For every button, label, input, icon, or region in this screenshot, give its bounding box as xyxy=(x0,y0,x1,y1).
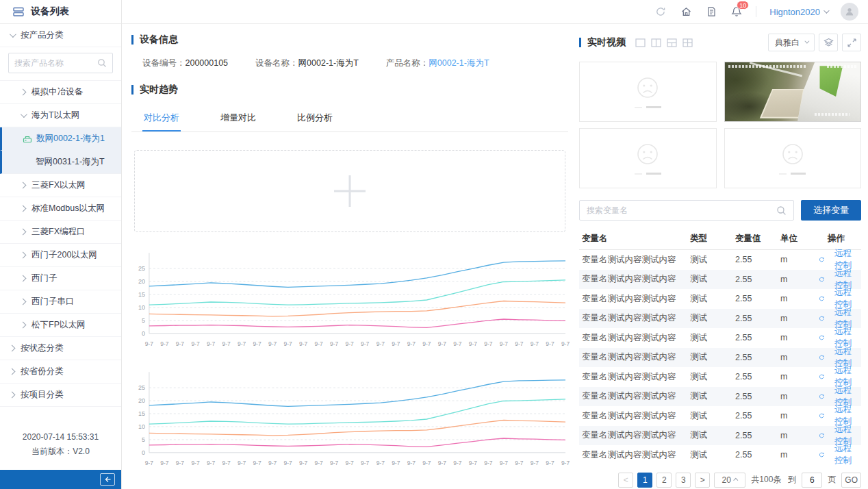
footer-timestamp: 2020-07-14 15:53:31 xyxy=(0,430,121,444)
field-value: 网0002-1-海为T xyxy=(298,58,359,68)
layout-three-icon[interactable] xyxy=(667,38,677,47)
page-button-1[interactable]: 1 xyxy=(637,473,652,488)
chevron-right-icon xyxy=(20,299,27,305)
variable-search-row: 选择变量 xyxy=(579,200,861,221)
sidebar-item-label: 数网0002-1-海为1 xyxy=(36,133,105,145)
video-placeholder[interactable] xyxy=(724,128,862,188)
select-variable-button[interactable]: 选择变量 xyxy=(801,200,861,221)
footer-version: 当前版本：V2.0 xyxy=(0,444,121,459)
add-variable-dropzone[interactable] xyxy=(134,150,565,232)
table-row: 变量名测试内容测试内容测试2.55m远程控制 xyxy=(579,445,861,465)
remote-control-link[interactable]: 远程控制 xyxy=(819,443,852,466)
chevron-right-icon xyxy=(20,182,27,189)
cell-type: 测试 xyxy=(690,312,735,324)
placeholder-caption xyxy=(779,173,806,175)
product-search-input[interactable] xyxy=(14,58,97,68)
go-button[interactable]: GO xyxy=(841,473,861,488)
avatar[interactable] xyxy=(841,3,858,21)
section-bar xyxy=(131,85,133,95)
sidebar-item-2[interactable]: 数网0002-1-海为1 xyxy=(0,127,121,151)
chevron-right-icon xyxy=(9,345,16,352)
variable-search-input[interactable] xyxy=(587,205,776,215)
tab-1[interactable]: 增量对比 xyxy=(219,105,257,131)
cell-value: 2.55 xyxy=(735,392,780,401)
tab-2[interactable]: 比例分析 xyxy=(296,105,334,131)
trend-chart-1: 05101520259-79-79-79-79-79-79-79-79-79-7… xyxy=(131,249,568,351)
home-icon[interactable] xyxy=(680,5,692,18)
video-feed[interactable] xyxy=(724,62,862,122)
layers-icon[interactable] xyxy=(819,34,838,51)
sidebar-section-1[interactable]: 按省份分类 xyxy=(0,360,121,384)
svg-text:9-7: 9-7 xyxy=(145,460,154,466)
bell-icon[interactable]: 10 xyxy=(730,5,743,18)
sidebar-section-2[interactable]: 按项目分类 xyxy=(0,384,121,407)
svg-text:9-7: 9-7 xyxy=(191,340,200,347)
document-icon[interactable] xyxy=(705,5,717,18)
page-button-3[interactable]: 3 xyxy=(676,473,691,488)
sidebar-search-box[interactable] xyxy=(8,53,113,73)
goto-page-input[interactable] xyxy=(802,473,822,488)
layout-single-icon[interactable] xyxy=(635,38,646,47)
collapse-sidebar-button[interactable] xyxy=(100,473,115,486)
product-name-link[interactable]: 网0002-1-海为T xyxy=(429,58,489,68)
camera-osd-bottom xyxy=(815,113,850,116)
sidebar-section-product-category[interactable]: 按产品分类 xyxy=(0,24,121,47)
video-placeholder[interactable] xyxy=(579,128,717,188)
svg-text:9-7: 9-7 xyxy=(253,460,261,466)
cell-variable-name: 变量名测试内容测试内容 xyxy=(579,410,690,422)
sidebar-item-10[interactable]: 松下FP以太网 xyxy=(0,314,121,337)
chevron-down-icon xyxy=(824,8,829,13)
svg-text:10: 10 xyxy=(138,423,145,430)
user-menu[interactable]: Hignton2020 xyxy=(769,7,828,17)
sidebar-item-9[interactable]: 西门子串口 xyxy=(0,290,121,314)
layout-four-icon[interactable] xyxy=(682,38,693,47)
collapse-arrow-icon xyxy=(103,476,112,483)
sidebar-item-4[interactable]: 三菱FX以太网 xyxy=(0,174,121,197)
device-field-2: 产品名称：网0002-1-海为T xyxy=(386,58,489,69)
refresh-icon[interactable] xyxy=(654,5,667,18)
prev-page-button[interactable]: < xyxy=(618,473,633,488)
sidebar-item-7[interactable]: 西门子200以太网 xyxy=(0,244,121,267)
cell-unit: m xyxy=(780,255,819,264)
chevron-right-icon xyxy=(9,368,16,375)
theme-select[interactable]: 典雅白 xyxy=(768,34,815,51)
page-button-2[interactable]: 2 xyxy=(656,473,672,488)
sidebar-section-0[interactable]: 按状态分类 xyxy=(0,337,121,360)
cell-value: 2.55 xyxy=(735,411,780,421)
cell-value: 2.55 xyxy=(735,314,780,323)
tab-0[interactable]: 对比分析 xyxy=(142,105,181,131)
sidebar-item-0[interactable]: 模拟中冶设备 xyxy=(0,81,121,104)
sidebar-item-8[interactable]: 西门子 xyxy=(0,267,121,290)
remote-control-icon xyxy=(819,275,825,284)
cell-type: 测试 xyxy=(690,390,735,402)
svg-text:0: 0 xyxy=(142,330,145,337)
fullscreen-icon[interactable] xyxy=(842,34,861,51)
svg-text:9-7: 9-7 xyxy=(422,460,431,466)
video-placeholder[interactable] xyxy=(579,62,717,122)
sidebar-item-5[interactable]: 标准Modbus以太网 xyxy=(0,197,121,221)
cell-type: 测试 xyxy=(690,293,735,305)
next-page-button[interactable]: > xyxy=(695,473,710,488)
cell-unit: m xyxy=(780,431,819,440)
sidebar-item-label: 标准Modbus以太网 xyxy=(31,203,105,214)
table-row: 变量名测试内容测试内容测试2.55m远程控制 xyxy=(579,250,861,270)
cell-variable-name: 变量名测试内容测试内容 xyxy=(579,351,690,363)
variable-search-box[interactable] xyxy=(579,200,794,221)
sidebar-item-label: 西门子200以太网 xyxy=(31,249,97,261)
page-size-select[interactable]: 20 xyxy=(714,473,745,488)
svg-text:9-7: 9-7 xyxy=(207,460,216,466)
svg-text:9-7: 9-7 xyxy=(268,460,277,466)
sidebar-item-6[interactable]: 三菱FX编程口 xyxy=(0,221,121,244)
sidebar-item-label: 模拟中冶设备 xyxy=(31,86,83,98)
table-row: 变量名测试内容测试内容测试2.55m远程控制 xyxy=(579,367,861,387)
chevron-right-icon xyxy=(20,252,27,259)
sidebar-section-label: 按省份分类 xyxy=(21,366,64,377)
svg-text:25: 25 xyxy=(138,384,145,391)
sidebar-section-label: 按状态分类 xyxy=(21,342,64,354)
sidebar-item-label: 海为T以太网 xyxy=(31,110,79,121)
layout-two-icon[interactable] xyxy=(651,38,661,47)
sidebar-item-1[interactable]: 海为T以太网 xyxy=(0,104,121,127)
svg-text:5: 5 xyxy=(142,436,145,443)
sidebar-section-label: 按项目分类 xyxy=(21,389,64,401)
sidebar-item-3[interactable]: 智网0031-1-海为T xyxy=(0,151,121,174)
